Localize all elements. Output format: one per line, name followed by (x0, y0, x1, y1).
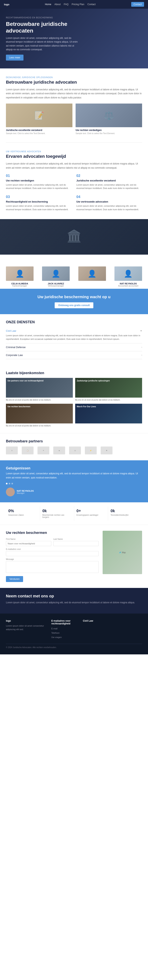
image-card-1: 📝 Juridische excellentie verzekerd Sampl… (6, 103, 72, 135)
footer-copyright: © 2024 Juridische Advocaten. Alle rechte… (6, 646, 57, 649)
nav-contact[interactable]: Contact (88, 3, 95, 6)
card2-sample: Sample text. Click to select the Text El… (76, 132, 142, 135)
service-desc-1: Lorem ipsum dolor sit amet, consectetur … (6, 334, 142, 341)
nav-links: Home About FAQ Pricing Plan Contact (45, 3, 96, 6)
cta-title: Uw juridische bescherming wacht op u (6, 295, 142, 299)
hero-cta-button[interactable]: Lees meer (6, 55, 24, 60)
team-card-2: 👤 JACK ALVAREZ Verkoopsmanager (42, 266, 70, 281)
navigation: logo Home About FAQ Pricing Plan Contact… (0, 0, 148, 9)
nav-faq[interactable]: FAQ (64, 3, 68, 6)
service-item-3: Corporate Law › (6, 351, 142, 359)
nav-about[interactable]: About (54, 3, 60, 6)
card2-label: Uw rechten verdedigen (76, 129, 142, 132)
partners-section: Betrouwbare partners ⊙ 📋 ✈ ◈ ◎ ⚡ ❋ (0, 433, 148, 460)
nav-home[interactable]: Home (45, 3, 51, 6)
event-img-4: March For Our Lives (75, 404, 142, 423)
advocate-title-4: Uw vertrouwde advocaten (76, 200, 142, 203)
advocate-num-3: 03 (6, 195, 72, 199)
nav-pricing[interactable]: Pricing Plan (72, 3, 84, 6)
footer-link-questions[interactable]: Uw vragen (51, 636, 79, 639)
advocate-title-2: Juridische excellentie verzekerd (76, 179, 142, 182)
event-card-3: Uw rechten beschermen Bij ons en al onze… (6, 404, 73, 427)
advocate-text-3: Lorem ipsum dolor sit amet, consectetur … (6, 204, 72, 211)
footer-col2-title: Civil Law (83, 619, 110, 622)
lastname-input[interactable] (53, 541, 99, 546)
advocates-tag: UW VERTROUWDE ADVOCATEN (6, 151, 142, 153)
hero-content: RECHTSWAARDIGHEID EN BESCHERMING Betrouw… (6, 17, 81, 60)
nav-cta-button[interactable]: Contact (131, 2, 144, 7)
form-left: Uw rechten beschermen First Name Last Na… (6, 531, 99, 582)
email-label: E-mailadres voor (6, 548, 99, 550)
stat-num-1: 0% (8, 509, 38, 513)
cta-button[interactable]: Ontmoeg ons gratis consult (55, 302, 93, 308)
advocate-item-2: 02 Juridische excellentie verzekerd Lore… (76, 174, 142, 190)
event-title-1: Uw partners voor uw rechtvaardigheid (8, 379, 43, 382)
partner-logo-4: ◈ (53, 447, 65, 454)
image-cards: 📝 Juridische excellentie verzekerd Sampl… (6, 103, 142, 135)
lastname-label: Last Name (53, 538, 99, 540)
partners-title: Betrouwbare partners (6, 439, 142, 443)
stat-item-1: 0% Gewonnen Zaken (6, 506, 40, 521)
nav-logo[interactable]: logo (4, 3, 9, 6)
footer-link-phone[interactable]: Telefoon (51, 631, 79, 635)
event-title-4: March For Our Lives (77, 405, 96, 408)
dot-1[interactable] (6, 483, 8, 484)
team-card-3: 👤 (78, 266, 106, 281)
team-role-1: Kantoormanager (6, 285, 33, 287)
advocate-num-4: 04 (76, 195, 142, 199)
testimonial-avatar (6, 488, 15, 496)
stat-num-4: 0k (110, 509, 140, 513)
dot-3[interactable] (11, 483, 13, 484)
footer-link-email[interactable]: E-mail (51, 627, 79, 630)
event-img-1: Uw partners voor uw rechtvaardigheid (6, 378, 73, 398)
building-section: 🏛️ (0, 219, 148, 255)
form-row-2: E-mailadres voor (6, 548, 99, 556)
team-section: 👤 CELIA ALMEIDA Kantoormanager 👤 JACK AL… (0, 255, 148, 289)
form-submit-button[interactable]: Versturen (6, 576, 23, 582)
partner-icon-1: ⊙ (11, 450, 13, 452)
testimonials-section: Getuigenissen Lorem ipsum dolor sit amet… (0, 460, 148, 502)
testimonial-info: NAT REYNOLDS Manager (17, 490, 34, 494)
advocates-section: UW VERTROUWDE ADVOCATEN Ervaren advocate… (0, 143, 148, 219)
advocate-item-4: 04 Uw vertrouwde advocaten Lorem ipsum d… (76, 195, 142, 211)
form-field-message: Message (6, 558, 99, 573)
footer-logo: logo (6, 619, 47, 622)
deskundige-text: Lorem ipsum dolor sit amet, consectetur … (6, 88, 142, 100)
email-input[interactable] (6, 551, 99, 556)
advocate-title-1: Uw rechten verdedigen (6, 179, 72, 182)
firstname-input[interactable] (6, 541, 51, 546)
partner-logo-1: ⊙ (6, 447, 18, 454)
team-card-1: 👤 CELIA ALMEIDA Kantoormanager (6, 266, 33, 281)
scales-icon: ⚖️ (104, 111, 114, 120)
dot-2[interactable] (9, 483, 10, 484)
service-item-2: Criminal Defense › (6, 344, 142, 351)
service-header-1[interactable]: Civil Law ▼ (6, 329, 142, 332)
partner-icon-3: ✈ (43, 450, 44, 452)
chevron-down-icon-1: ▼ (140, 330, 142, 332)
form-row-3: Message (6, 558, 99, 573)
image-card-2: ⚖️ Uw rechten verdedigen Sample text. Cl… (76, 103, 142, 135)
event-desc-2: Bij ons en al onze al punts dat dolore u… (75, 398, 142, 401)
papers-image: 📝 (6, 103, 72, 127)
service-name-1: Civil Law (6, 329, 16, 332)
team-avatar-2: 👤 (42, 266, 70, 281)
hero-text: Lorem ipsum dolor sit amet, consectetur … (6, 36, 81, 51)
deskundige-section: DESKUNDIGE JURIDISCHE OPLOSSINGEN Betrou… (0, 68, 148, 142)
service-header-2[interactable]: Criminal Defense › (6, 346, 142, 349)
testimonial-dots (6, 483, 142, 484)
event-desc-1: Bij ons en al onze al punts dat dolore u… (6, 398, 73, 401)
map-icon: 🗺️ Map (119, 551, 126, 554)
partner-logo-7: ❋ (101, 447, 113, 454)
service-header-3[interactable]: Corporate Law › (6, 354, 142, 356)
advocate-item-3: 03 Rechtvaardigheid en bescherming Lorem… (6, 195, 72, 211)
services-title: ONZE DIENSTEN (6, 320, 142, 324)
stat-label-4: Tevreddenheidscijfer (110, 514, 140, 516)
papers-icon: 📝 (34, 111, 44, 120)
firstname-label: First Name (6, 538, 51, 540)
form-row-1: First Name Last Name (6, 538, 99, 546)
message-textarea[interactable] (6, 561, 99, 573)
footer-col1-title: E-mailadres voor rechtvaardigheid (51, 619, 79, 625)
footer-col-1: E-mailadres voor rechtvaardigheid E-mail… (51, 619, 79, 640)
testimonial-person: NAT REYNOLDS Manager (6, 488, 142, 496)
footer-col-brand: logo Lorem ipsum dolor sit amet consecte… (6, 619, 47, 640)
